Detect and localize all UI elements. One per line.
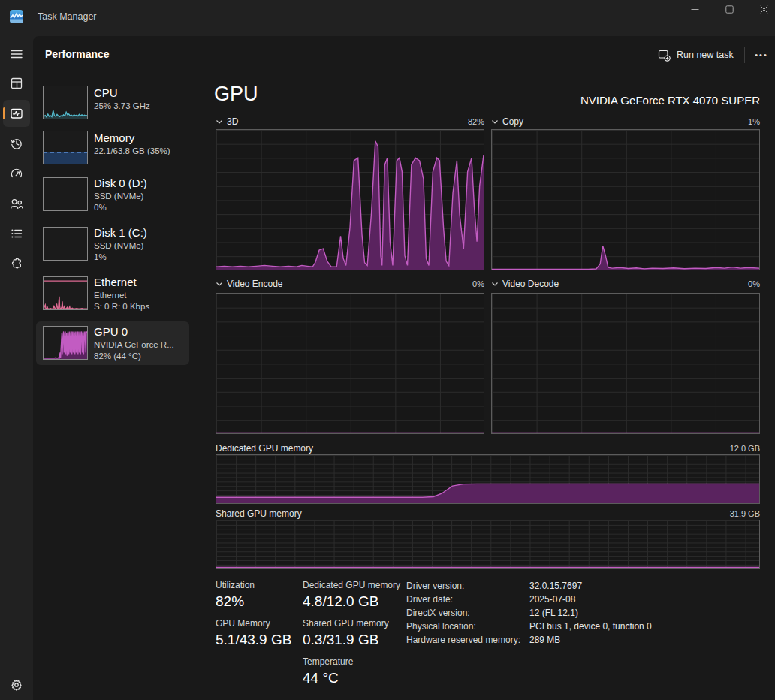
users-icon	[9, 196, 24, 211]
ethernet-thumbnail-chart	[43, 276, 88, 310]
ethernet-title: Ethernet	[94, 275, 188, 290]
disk1-type: SSD (NVMe)	[94, 240, 188, 252]
disk1-title: Disk 1 (C:)	[94, 225, 188, 240]
settings-gear-icon	[9, 677, 24, 692]
utilization-value: 82%	[216, 593, 244, 610]
app-history-icon	[9, 136, 24, 151]
details-icon	[9, 226, 24, 241]
perf-list-item-disk1[interactable]: Disk 1 (C:) SSD (NVMe) 1%	[36, 224, 189, 270]
task-manager-window: Task Manager Performance Run n	[0, 0, 775, 700]
more-options-button[interactable]: •••	[751, 44, 772, 66]
task-manager-app-icon	[10, 10, 23, 23]
run-new-task-button[interactable]: Run new task	[652, 44, 740, 66]
chevron-down-icon[interactable]	[216, 280, 223, 288]
disk0-type: SSD (NVMe)	[94, 191, 188, 202]
gpu-video-decode-chart	[491, 293, 760, 434]
selected-nav-accent-bar	[3, 107, 5, 119]
sidebar-item-details[interactable]	[3, 220, 30, 247]
perf-list-item-disk0[interactable]: Disk 0 (D:) SSD (NVMe) 0%	[36, 174, 189, 221]
physical-location-value: PCI bus 1, device 0, function 0	[529, 621, 652, 632]
gpu-3d-chart	[216, 129, 484, 270]
page-title: Performance	[45, 48, 110, 60]
memory-thumbnail-chart	[43, 131, 88, 164]
chart-value-copy: 1%	[748, 117, 760, 126]
cpu-title: CPU	[94, 86, 188, 101]
maximize-button[interactable]	[712, 0, 746, 18]
dedicated-memory-max: 12.0 GB	[730, 444, 760, 453]
perf-list-item-memory[interactable]: Memory 22.1/63.8 GB (35%)	[36, 129, 189, 171]
chart-value-3d: 82%	[468, 117, 484, 126]
perf-list-item-ethernet[interactable]: Ethernet Ethernet S: 0 R: 0 Kbps	[36, 273, 189, 320]
services-icon	[9, 256, 24, 271]
disk1-usage: 1%	[94, 252, 188, 263]
directx-version-label: DirectX version:	[406, 608, 470, 618]
disk0-usage: 0%	[94, 202, 188, 213]
gpu-copy-chart	[491, 129, 760, 270]
sidebar-item-services[interactable]	[3, 250, 30, 277]
chart-header-shared-memory: Shared GPU memory 31.9 GB	[216, 508, 760, 520]
chart-header-3d: 3D 82%	[216, 116, 484, 128]
chevron-down-icon[interactable]	[491, 118, 499, 125]
disk1-thumbnail-chart	[43, 227, 88, 261]
close-button[interactable]	[746, 0, 775, 18]
shared-memory-label: Shared GPU memory	[216, 508, 302, 519]
close-icon	[760, 5, 768, 14]
driver-date-value: 2025-07-08	[529, 594, 575, 605]
settings-button[interactable]	[3, 671, 30, 698]
chevron-down-icon[interactable]	[216, 118, 223, 125]
navigation-menu-button[interactable]	[3, 41, 30, 68]
gpu0-thumbnail-chart	[43, 326, 88, 360]
perf-list-item-gpu0[interactable]: GPU 0 NVIDIA GeForce R... 82% (44 °C)	[36, 321, 189, 365]
gpu-device-name: NVIDIA GeForce RTX 4070 SUPER	[451, 94, 760, 107]
driver-version-value: 32.0.15.7697	[529, 581, 582, 591]
window-title: Task Manager	[38, 11, 97, 22]
sidebar-item-app-history[interactable]	[3, 130, 30, 157]
sidebar-item-processes[interactable]	[3, 70, 30, 97]
run-new-task-icon	[658, 49, 671, 62]
chevron-down-icon[interactable]	[491, 280, 499, 288]
run-new-task-label: Run new task	[677, 50, 734, 60]
hardware-reserved-memory-value: 289 MB	[529, 635, 560, 645]
gpu-memory-label: GPU Memory	[216, 618, 270, 629]
hamburger-icon	[9, 47, 24, 62]
chart-header-dedicated-memory: Dedicated GPU memory 12.0 GB	[216, 442, 760, 454]
ethernet-type: Ethernet	[94, 290, 188, 301]
processes-icon	[9, 76, 24, 91]
chart-label-copy: Copy	[502, 116, 523, 127]
gpu-page-title: GPU	[214, 83, 258, 106]
chart-value-video-encode: 0%	[472, 279, 484, 288]
gpu0-title: GPU 0	[94, 324, 188, 339]
disk0-thumbnail-chart	[43, 177, 88, 211]
shared-gpu-memory-label: Shared GPU memory	[303, 618, 389, 629]
sidebar-item-startup-apps[interactable]	[3, 160, 30, 187]
chart-label-video-decode: Video Decode	[502, 279, 559, 289]
gpu-shared-memory-chart	[216, 520, 760, 569]
gpu-dedicated-memory-chart	[216, 454, 760, 504]
shared-memory-max: 31.9 GB	[730, 509, 760, 518]
sidebar-item-users[interactable]	[3, 190, 30, 217]
utilization-label: Utilization	[216, 580, 255, 590]
chart-header-copy: Copy 1%	[491, 116, 760, 128]
dedicated-gpu-memory-label: Dedicated GPU memory	[303, 580, 400, 590]
gpu0-usage: 82% (44 °C)	[94, 351, 188, 362]
driver-version-label: Driver version:	[406, 581, 464, 591]
temperature-value: 44 °C	[303, 670, 339, 686]
chart-header-video-encode: Video Encode 0%	[216, 278, 484, 290]
performance-icon	[9, 106, 24, 121]
memory-title: Memory	[94, 131, 188, 146]
cpu-thumbnail-chart	[43, 86, 88, 119]
sidebar-item-performance[interactable]	[3, 100, 30, 127]
cpu-subtitle: 25% 3.73 GHz	[94, 101, 188, 112]
physical-location-label: Physical location:	[406, 621, 476, 632]
gpu-video-encode-chart	[216, 293, 484, 434]
chart-label-video-encode: Video Encode	[227, 279, 283, 289]
more-options-icon: •••	[755, 50, 768, 59]
directx-version-value: 12 (FL 12.1)	[529, 608, 578, 618]
minimize-icon	[691, 5, 699, 14]
minimize-button[interactable]	[677, 0, 712, 18]
startup-apps-icon	[9, 166, 24, 181]
perf-list-item-cpu[interactable]: CPU 25% 3.73 GHz	[36, 84, 189, 126]
disk0-title: Disk 0 (D:)	[94, 176, 188, 191]
chart-label-3d: 3D	[227, 116, 238, 127]
chart-header-video-decode: Video Decode 0%	[491, 278, 760, 290]
